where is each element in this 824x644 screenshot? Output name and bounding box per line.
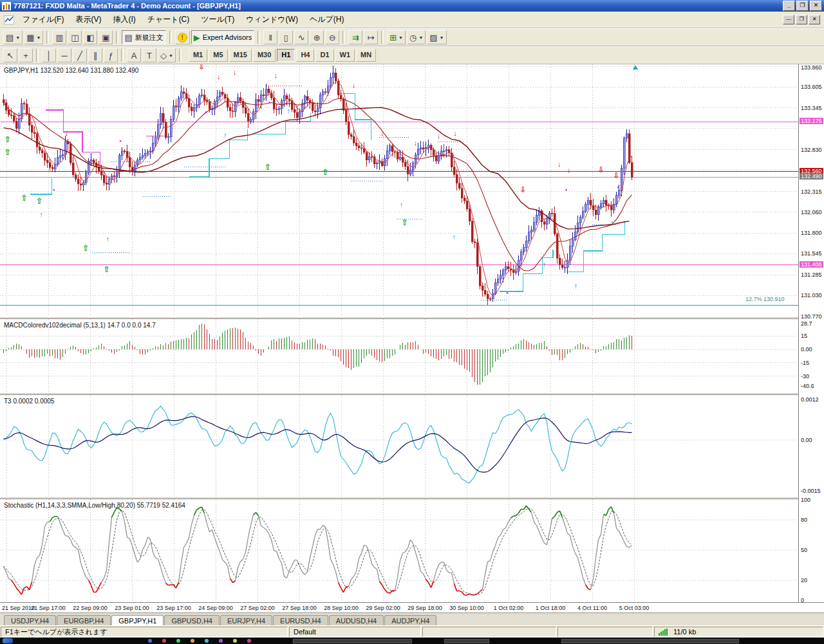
price-chart-canvas[interactable]: ↓↓↓↓↓↓↓↓↓↓↓↓⇩⇩⇩⇩↑↑↑↑↑↑↑↑↑⇧⇧⇧⇧⇧⇧⇧⇧⇧⇧●●●●●… [0,64,798,317]
toolbar-vertical-line-button[interactable]: │ [42,48,56,62]
taskbar-window-button[interactable] [293,639,412,643]
chart-tab-usdjpy[interactable]: USDJPY,H4 [4,615,56,625]
time-axis[interactable]: 21 Sep 201021 Sep 17:0022 Sep 09:0023 Se… [0,602,824,612]
price-axis[interactable]: 133.860133.605133.345132.830132.315132.0… [798,64,824,602]
menu-w[interactable]: ウィンドウ(W) [240,12,304,27]
toolbar-separator [121,49,124,62]
toolbar-profiles-button[interactable]: ▦▼ [24,30,43,44]
toolbar-arrows-button[interactable]: ◇▼ [158,48,176,62]
timeframe-d1-button[interactable]: D1 [315,49,333,62]
svg-text:↓: ↓ [274,71,278,79]
chevron-down-icon[interactable]: ▼ [169,53,173,58]
toolbar-auto-scroll-button[interactable]: ⇉ [348,30,362,44]
minimize-button[interactable]: _ [783,1,795,11]
menu-t[interactable]: ツール(T) [195,12,240,27]
menu-c[interactable]: チャート(C) [142,12,196,27]
timeframe-m5-button[interactable]: M5 [209,49,227,62]
time-label: 23 Sep 17:00 [156,605,191,611]
mdi-minimize-button[interactable]: — [783,15,794,24]
toolbar-new-order-button[interactable]: ▤新規注文 [122,30,165,44]
menu-f[interactable]: ファイル(F) [17,12,70,27]
macd-indicator-canvas[interactable] [0,319,798,392]
toolbar-bar-chart-button[interactable]: ‖ [263,30,277,44]
timeframe-m1-button[interactable]: M1 [189,49,207,62]
taskbar-app-icon[interactable] [233,639,237,643]
chevron-down-icon[interactable]: ▼ [37,35,41,40]
toolbar-horizontal-line-button[interactable]: ─ [57,48,71,62]
restore-button[interactable]: ❐ [796,1,809,11]
toolbar-candlestick-chart-button[interactable]: ▯ [279,30,293,44]
taskbar-app-icon[interactable] [162,639,166,643]
taskbar[interactable] [0,638,824,644]
toolbar-zoom-in-button[interactable]: ⊕ [310,30,324,44]
chart-tab-eurgbp[interactable]: EURGBP,H4 [57,615,111,625]
toolbar-text-label-button[interactable]: T [142,48,156,62]
menu-v[interactable]: 表示(V) [70,12,107,27]
taskbar-app-icon[interactable] [176,639,180,643]
chart-tab-audjpy[interactable]: AUDJPY,H4 [384,615,436,625]
close-button[interactable]: ✕ [810,1,822,11]
toolbar-data-window-button[interactable]: ◫ [68,30,82,44]
chart-tab-eurjpy[interactable]: EURJPY,H4 [220,615,272,625]
toolbar-crosshair-button[interactable]: + [19,48,33,62]
toolbar-cursor-button[interactable]: ↖ [3,48,17,62]
axis-label: 132.060 [801,209,822,216]
menu-h[interactable]: ヘルプ(H) [304,12,350,27]
new-order-icon: ▤ [124,33,132,42]
chart-tab-eurusd[interactable]: EURUSD,H4 [273,615,328,625]
toolbar-channel-button[interactable]: ∥ [88,48,102,62]
toolbar-zoom-out-button[interactable]: ⊖ [325,30,339,44]
toolbar-line-chart-button[interactable]: ∿ [294,30,308,44]
toolbar-chart-shift-button[interactable]: ↦ [364,30,378,44]
stochastic-indicator-canvas[interactable] [0,499,798,602]
timeframe-m15-button[interactable]: M15 [229,49,252,62]
axis-label: 28.7 [801,320,812,327]
title-bar[interactable]: 7787121: FXDD Malta - MetaTrader 4 - Dem… [0,0,824,12]
timeframe-m30-button[interactable]: M30 [253,49,276,62]
timeframe-w1-button[interactable]: W1 [335,49,355,62]
chevron-down-icon[interactable]: ▼ [440,35,444,40]
toolbar-navigator-button[interactable]: ◧ [83,30,97,44]
taskbar-app-icon[interactable] [148,639,152,643]
toolbar-market-watch-button[interactable]: ▥ [52,30,66,44]
axis-label: 130.770 [801,313,822,320]
chevron-down-icon[interactable]: ▼ [418,35,423,40]
taskbar-window-button[interactable] [444,639,489,643]
svg-text:●: ● [119,139,122,143]
t3-indicator-canvas[interactable] [0,395,798,497]
toolbar-expert-advisors-button[interactable]: ▶Expert Advisors [191,30,254,44]
mdi-restore-button[interactable]: ❐ [796,15,807,24]
toolbar-trendline-button[interactable]: ╱ [73,48,87,62]
chart-tab-audusd[interactable]: AUDUSD,H4 [329,615,384,625]
toolbar-text-button[interactable]: A [127,48,141,62]
start-icon[interactable] [3,638,13,643]
taskbar-app-icon[interactable] [191,639,194,643]
toolbar-fibonacci-button[interactable]: ƒ [104,48,118,62]
horizontal-line-icon: ─ [61,51,67,60]
chart-tab-gbpusd[interactable]: GBPUSD,H4 [164,615,220,625]
chevron-down-icon[interactable]: ▼ [15,35,20,40]
timeframe-mn-button[interactable]: MN [356,49,376,62]
taskbar-window-button[interactable] [561,639,739,643]
timeframe-h4-button[interactable]: H4 [296,49,314,62]
taskbar-app-icon[interactable] [247,639,251,643]
chart-tab-gbpjpy[interactable]: GBPJPY,H1 [111,615,164,625]
toolbar-templates-button[interactable]: ▨▼ [427,30,446,44]
toolbar-new-chart-button[interactable]: ▤▼ [3,30,23,44]
periods-icon: ◷ [409,33,417,42]
toolbar-separator [36,49,39,62]
toolbar-alert-button[interactable]: ! [175,30,190,44]
connection-bars-icon [659,629,668,636]
timeframe-h1-button[interactable]: H1 [277,49,295,62]
taskbar-app-icon[interactable] [219,639,223,643]
axis-label: 15 [801,333,807,339]
taskbar-app-icon[interactable] [205,639,209,643]
toolbar-terminal-button[interactable]: ▣ [98,30,113,44]
chevron-down-icon[interactable]: ▼ [398,35,403,40]
svg-text:●: ● [53,188,55,192]
menu-i[interactable]: 挿入(I) [107,12,141,27]
svg-text:●: ● [452,153,454,157]
toolbar-indicators-button[interactable]: ⊞▼ [387,30,406,44]
toolbar-periods-button[interactable]: ◷▼ [407,30,426,44]
mdi-close-button[interactable]: ✕ [809,15,820,24]
